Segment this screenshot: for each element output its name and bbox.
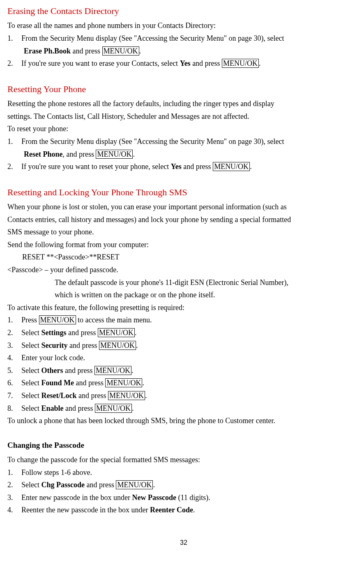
item-text: If you're sure you want to erase your Co… — [21, 57, 360, 70]
list-item: 1. From the Security Menu display (See "… — [7, 32, 360, 45]
send-format-label: Send the following format from your comp… — [7, 238, 360, 251]
item-text: From the Security Menu display (See "Acc… — [21, 32, 360, 45]
item-number: 1. — [7, 32, 21, 45]
bold-text: Yes — [180, 59, 191, 67]
bold-text: Others — [41, 366, 63, 375]
bold-text: Chg Passcode — [41, 481, 85, 489]
list-item: 5. Select Others and press MENU/OK. — [7, 364, 360, 377]
item-text: Press MENU/OK to access the main menu. — [21, 314, 360, 326]
item-continuation: Reset Phone, and press MENU/OK. — [24, 148, 360, 161]
item-number: 2. — [7, 326, 21, 339]
item-text: If you're sure you want to reset your ph… — [21, 160, 360, 173]
heading-resetting-locking-sms: Resetting and Locking Your Phone Through… — [7, 185, 360, 200]
bold-text: Yes — [171, 162, 182, 171]
passcode-note: The default passcode is your phone's 11-… — [55, 276, 360, 289]
item-number: 4. — [7, 352, 21, 364]
item-text: Follow steps 1-6 above. — [21, 466, 360, 479]
key-label: MENU/OK — [96, 150, 133, 159]
list-item: 2. Select Settings and press MENU/OK. — [7, 326, 360, 339]
list-item: 4. Reenter the new passcode in the box u… — [7, 504, 360, 516]
heading-erasing-contacts: Erasing the Contacts Directory — [7, 3, 360, 19]
key-label: MENU/OK — [108, 391, 145, 400]
passcode-definition: <Passcode> – your defined passcode. — [7, 264, 360, 276]
key-label: MENU/OK — [39, 315, 76, 324]
bold-text: New Passcode — [132, 493, 176, 502]
intro-text: SMS message to your phone. — [7, 226, 360, 238]
heading-changing-passcode: Changing the Passcode — [7, 439, 360, 452]
key-label: MENU/OK — [99, 341, 136, 350]
intro-text: Resetting the phone restores all the fac… — [7, 97, 360, 110]
intro-text: To reset your phone: — [7, 123, 360, 135]
list-item: 2. If you're sure you want to erase your… — [7, 57, 360, 70]
item-number: 6. — [7, 377, 21, 389]
key-label: MENU/OK — [102, 46, 139, 56]
item-text: Select Security and press MENU/OK. — [21, 339, 360, 352]
unlock-note: To unlock a phone that has been locked t… — [7, 414, 360, 427]
list-item: 3. Select Security and press MENU/OK. — [7, 339, 360, 352]
bold-text: Reenter Code — [150, 506, 193, 514]
bold-text: Erase Ph.Book — [24, 47, 71, 55]
bold-text: Settings — [41, 329, 66, 337]
item-text: Select Others and press MENU/OK. — [21, 364, 360, 377]
intro-text: When your phone is lost or stolen, you c… — [7, 201, 360, 213]
item-number: 1. — [7, 135, 21, 148]
item-text: Select Settings and press MENU/OK. — [21, 326, 360, 339]
list-item: 2. If you're sure you want to reset your… — [7, 160, 360, 173]
list-item: 2. Select Chg Passcode and press MENU/OK… — [7, 479, 360, 491]
list-item: 8. Select Enable and press MENU/OK. — [7, 402, 360, 415]
item-number: 2. — [7, 479, 21, 491]
activate-label: To activate this feature, the following … — [7, 301, 360, 314]
sms-format: RESET **<Passcode>**RESET — [7, 251, 360, 264]
item-text: Reenter the new passcode in the box unde… — [21, 504, 360, 516]
intro-text: To change the passcode for the special f… — [7, 454, 360, 466]
item-text: Select Enable and press MENU/OK. — [21, 402, 360, 415]
passcode-note: which is written on the package or on th… — [55, 289, 360, 301]
list-activate: 1. Press MENU/OK to access the main menu… — [7, 314, 360, 414]
item-number: 8. — [7, 402, 21, 415]
item-text: From the Security Menu display (See "Acc… — [21, 135, 360, 148]
item-number: 1. — [7, 314, 21, 326]
item-number: 5. — [7, 364, 21, 377]
bold-text: Enable — [41, 404, 63, 412]
list-erase: 1. From the Security Menu display (See "… — [7, 32, 360, 70]
list-item: 4. Enter your lock code. — [7, 352, 360, 364]
item-number: 2. — [7, 57, 21, 70]
key-label: MENU/OK — [213, 162, 250, 171]
intro-text: Contacts entries, call history and messa… — [7, 213, 360, 226]
item-continuation: Erase Ph.Book and press MENU/OK. — [24, 45, 360, 58]
list-item: 1. Follow steps 1-6 above. — [7, 466, 360, 479]
list-reset: 1. From the Security Menu display (See "… — [7, 135, 360, 173]
heading-resetting-phone: Resetting Your Phone — [7, 81, 360, 97]
bold-text: Security — [41, 341, 67, 350]
list-change-passcode: 1. Follow steps 1-6 above. 2. Select Chg… — [7, 466, 360, 516]
intro-text: settings. The Contacts list, Call Histor… — [7, 110, 360, 123]
list-item: 6. Select Found Me and press MENU/OK. — [7, 377, 360, 389]
item-number: 7. — [7, 389, 21, 402]
item-number: 4. — [7, 504, 21, 516]
key-label: MENU/OK — [116, 480, 153, 489]
item-number: 1. — [7, 466, 21, 479]
item-text: Select Reset/Lock and press MENU/OK. — [21, 389, 360, 402]
key-label: MENU/OK — [94, 366, 131, 375]
bold-text: Found Me — [41, 379, 74, 387]
bold-text: Reset Phone — [24, 150, 62, 158]
intro-text: To erase all the names and phone numbers… — [7, 19, 360, 32]
list-item: 3. Enter new passcode in the box under N… — [7, 491, 360, 504]
key-label: MENU/OK — [222, 59, 259, 68]
list-item: 1. Press MENU/OK to access the main menu… — [7, 314, 360, 326]
item-number: 3. — [7, 339, 21, 352]
bold-text: Reset/Lock — [41, 391, 76, 400]
item-text: Enter new passcode in the box under New … — [21, 491, 360, 504]
list-item: 7. Select Reset/Lock and press MENU/OK. — [7, 389, 360, 402]
item-text: Select Chg Passcode and press MENU/OK. — [21, 479, 360, 491]
item-text: Enter your lock code. — [21, 352, 360, 364]
item-number: 2. — [7, 160, 21, 173]
key-label: MENU/OK — [98, 328, 135, 337]
list-item: 1. From the Security Menu display (See "… — [7, 135, 360, 148]
item-text: Select Found Me and press MENU/OK. — [21, 377, 360, 389]
key-label: MENU/OK — [105, 378, 142, 387]
page-number: 32 — [7, 537, 360, 548]
key-label: MENU/OK — [95, 404, 132, 413]
item-number: 3. — [7, 491, 21, 504]
